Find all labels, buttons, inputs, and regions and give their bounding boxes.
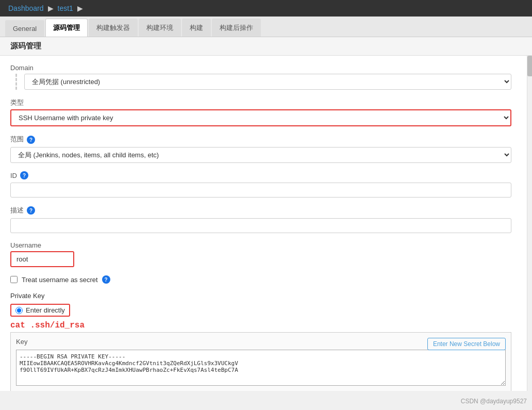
form-container: Domain 全局凭据 (unrestricted) 类型 SSH User [0, 56, 522, 391]
scope-group: 范围 ? 全局 (Jenkins, nodes, items, all chil… [10, 135, 511, 163]
id-label-row: ID ? [10, 171, 511, 179]
desc-help-icon[interactable]: ? [27, 206, 35, 215]
treat-username-group: Treat username as secret ? [10, 275, 511, 284]
type-select[interactable]: SSH Username with private key [11, 110, 510, 125]
desc-input[interactable] [10, 218, 511, 233]
tabs-container: General 源码管理 构建触发器 构建环境 构建 构建后操作 [0, 17, 532, 37]
desc-group: 描述 ? [10, 206, 511, 233]
annotation-wrapper: cat .ssh/id_rsa ↓ [10, 321, 511, 330]
username-group: Username [10, 241, 511, 267]
treat-username-label: Treat username as secret [22, 276, 98, 284]
type-label: 类型 [10, 98, 511, 107]
key-section: Key Enter New Secret Below -----BEGIN RS… [10, 332, 511, 391]
treat-username-checkbox[interactable] [10, 276, 18, 283]
content-area: 源码管理 Domain 全局凭据 (unrestricted) [0, 37, 532, 391]
scope-label: 范围 [10, 135, 24, 144]
scope-select[interactable]: 全局 (Jenkins, nodes, items, all child ite… [10, 147, 511, 163]
username-input-wrapper [10, 251, 74, 267]
domain-group: Domain 全局凭据 (unrestricted) [10, 64, 511, 90]
scope-label-row-inner: 范围 ? [10, 135, 511, 144]
domain-select[interactable]: 全局凭据 (unrestricted) [24, 74, 511, 90]
scrollbar-track [527, 56, 532, 391]
desc-label-row: 描述 ? [10, 206, 511, 215]
username-input[interactable] [11, 252, 73, 266]
scope-help-icon[interactable]: ? [27, 136, 35, 144]
type-select-wrapper: SSH Username with private key [10, 109, 511, 126]
section-title: 源码管理 [0, 37, 532, 56]
scope-field-wrap: 范围 ? 全局 (Jenkins, nodes, items, all chil… [10, 135, 511, 163]
enter-directly-option: Enter directly [10, 304, 511, 317]
username-label: Username [10, 241, 511, 249]
treat-username-help-icon[interactable]: ? [102, 275, 110, 284]
id-input[interactable] [10, 183, 511, 198]
tab-postbuild[interactable]: 构建后操作 [212, 19, 261, 37]
treat-username-checkbox-row: Treat username as secret ? [10, 275, 511, 284]
id-help-icon[interactable]: ? [20, 171, 28, 179]
scope-label-row: 范围 ? 全局 (Jenkins, nodes, items, all chil… [10, 135, 511, 163]
enter-directly-bordered: Enter directly [10, 304, 70, 317]
key-section-wrapper: cat .ssh/id_rsa ↓ Key Enter New Secret B… [10, 321, 511, 391]
desc-label: 描述 [10, 206, 24, 215]
tab-source[interactable]: 源码管理 [45, 19, 88, 37]
enter-directly-label: Enter directly [26, 306, 65, 314]
top-nav: Dashboard ▶ test1 ▶ [0, 0, 532, 17]
domain-label: Domain [10, 64, 511, 72]
enter-new-secret-button[interactable]: Enter New Secret Below [427, 338, 506, 350]
domain-indent: 全局凭据 (unrestricted) [15, 74, 511, 90]
treat-username-row: Treat username as secret ? [10, 275, 511, 284]
enter-directly-radio[interactable] [15, 307, 23, 314]
type-group: 类型 SSH Username with private key [10, 98, 511, 126]
dashboard-link[interactable]: Dashboard [8, 4, 44, 12]
id-group: ID ? [10, 171, 511, 198]
tab-env[interactable]: 构建环境 [139, 19, 181, 37]
private-key-label: Private Key [10, 292, 511, 300]
nav-arrow-2: ▶ [77, 4, 83, 12]
id-label: ID [10, 172, 17, 179]
private-key-group: Private Key Enter directly cat .ssh/i [10, 292, 511, 391]
tab-general[interactable]: General [5, 20, 44, 37]
scrollbar-thumb[interactable] [527, 56, 532, 76]
annotation-text: cat .ssh/id_rsa [10, 321, 85, 330]
scroll-container[interactable]: Domain 全局凭据 (unrestricted) 类型 SSH User [0, 56, 532, 391]
nav-arrow-1: ▶ [48, 4, 54, 12]
tab-build[interactable]: 构建 [182, 19, 211, 37]
tab-trigger[interactable]: 构建触发器 [89, 19, 138, 37]
test1-link[interactable]: test1 [58, 4, 73, 12]
key-textarea[interactable]: -----BEGIN RSA PRIVATE KEY----- MIIEowIB… [16, 350, 506, 386]
